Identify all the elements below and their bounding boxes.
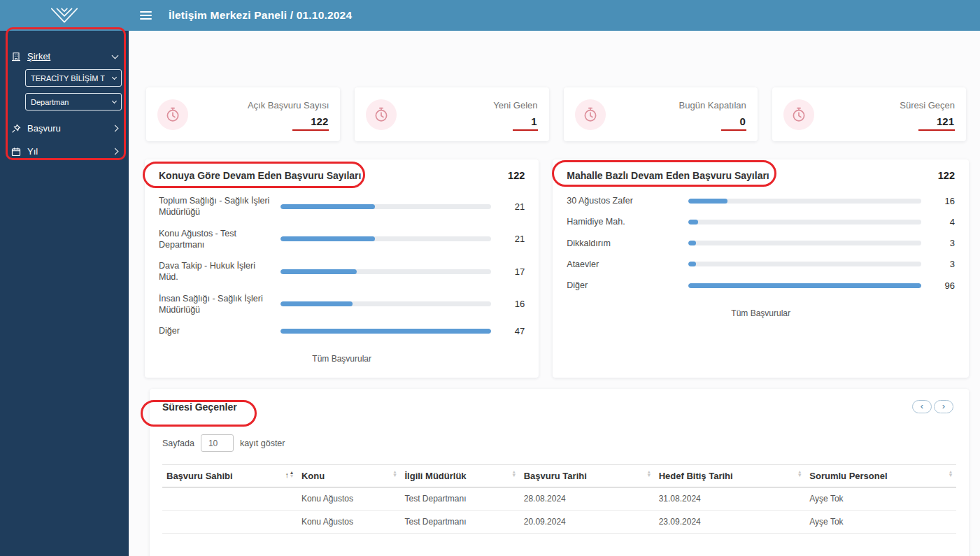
table-cell: 31.08.2024	[655, 487, 806, 511]
building-icon	[11, 52, 21, 62]
overdue-title: Süresi Geçenler	[162, 401, 237, 413]
bar-row: 30 Ağustos Zafer 16	[567, 190, 955, 211]
table-cell: Test Departmanı	[400, 487, 519, 511]
column-header[interactable]: Sorumlu Personel▴▾	[805, 465, 956, 487]
bar-value: 3	[931, 238, 955, 248]
dashboard-app: İletişim Merkezi Paneli / 01.10.2024 Şir…	[0, 0, 980, 556]
column-header[interactable]: İlgili Müdürlük▴▾	[400, 465, 519, 487]
table-row[interactable]: Konu AğustosTest Departmanı28.08.202431.…	[162, 487, 956, 511]
bar-label: Toplum Sağlığı - Sağlık İşleri Müdürlüğü	[159, 195, 271, 218]
chart-card-neighborhoods: Mahalle Bazlı Devam Eden Başvuru Sayılar…	[553, 159, 969, 378]
bar-value: 21	[501, 201, 525, 212]
stat-value[interactable]: 0	[721, 115, 746, 131]
table-cell: Konu Ağustos	[297, 511, 401, 534]
sidebar-item-basvuru[interactable]: Başvuru	[0, 117, 129, 140]
stat-label: Yeni Gelen	[493, 100, 537, 111]
sidebar-item-label: Başvuru	[27, 123, 106, 134]
company-label: Şirket	[27, 51, 106, 62]
bar-fill	[688, 241, 695, 245]
pagination-prev-button[interactable]: ‹	[912, 400, 932, 413]
page-size-input[interactable]	[201, 434, 234, 452]
column-header[interactable]: Hedef Bitiş Tarihi▴▾	[655, 465, 806, 487]
bar-label: Konu Ağustos - Test Departmanı	[159, 228, 271, 251]
top-header: İletişim Merkezi Paneli / 01.10.2024	[0, 0, 980, 31]
bar-track	[688, 220, 921, 224]
sort-icon: ▴▾	[949, 471, 952, 478]
pagination-next-button[interactable]: ›	[934, 400, 953, 413]
bar-label: Diğer	[159, 325, 271, 336]
all-applications-link[interactable]: Tüm Başvurular	[567, 308, 955, 318]
bar-value: 21	[501, 234, 525, 244]
sidebar-item-company[interactable]: Şirket	[0, 45, 129, 68]
chevron-right-icon	[112, 125, 119, 132]
pagesize-suffix: kayıt göster	[240, 439, 285, 448]
column-header[interactable]: Başvuru Sahibi↑▴▾	[162, 465, 297, 487]
sidebar: Şirket TERACİTY BİLİŞİM T Departman Başv…	[0, 31, 129, 556]
bar-value: 3	[931, 259, 955, 269]
all-applications-link[interactable]: Tüm Başvurular	[159, 354, 525, 364]
clock-icon	[366, 99, 397, 130]
sort-icon: ▴▾	[648, 471, 651, 478]
table-cell: 20.09.2024	[520, 511, 655, 534]
bar-row: Hamidiye Mah. 4	[567, 211, 955, 232]
column-header[interactable]: Başvuru Tarihi▴▾	[520, 465, 655, 487]
bar-row: Ataevler 3	[567, 254, 955, 275]
stat-value[interactable]: 122	[292, 115, 329, 131]
bar-value: 16	[931, 196, 955, 206]
bar-row: Diğer 47	[159, 320, 525, 341]
chart-card-topics: Konuya Göre Devam Eden Başvuru Sayıları …	[145, 159, 539, 378]
table-cell: Ayşe Tok	[805, 511, 956, 534]
chart-total: 122	[508, 170, 525, 181]
stat-value[interactable]: 121	[918, 115, 955, 131]
bar-track	[280, 269, 491, 274]
bar-label: 30 Ağustos Zafer	[567, 195, 679, 206]
chart-total: 122	[938, 170, 955, 181]
sidebar-item-yil[interactable]: Yıl	[0, 140, 129, 163]
department-select[interactable]: Departman	[25, 93, 122, 111]
overdue-card: Süresi Geçenler ‹ › Sayfada kayıt göster…	[150, 389, 969, 556]
pagination: ‹ ›	[912, 400, 953, 413]
bar-fill	[688, 199, 727, 204]
table-row[interactable]: Konu AğustosTest Departmanı20.09.202423.…	[162, 511, 956, 534]
chevron-right-icon	[112, 148, 119, 155]
sort-icon: ↑▴▾	[285, 471, 293, 479]
bar-row: Diğer 96	[567, 275, 955, 296]
bar-track	[688, 283, 921, 288]
table-cell: Test Departmanı	[400, 511, 519, 534]
stat-label: Süresi Geçen	[900, 100, 955, 111]
pagesize-prefix: Sayfada	[162, 439, 194, 448]
bar-row: Konu Ağustos - Test Departmanı 21	[159, 223, 525, 256]
menu-icon[interactable]	[137, 8, 155, 22]
table-cell: Konu Ağustos	[297, 487, 401, 511]
calendar-icon	[11, 147, 21, 157]
sort-icon: ▴▾	[798, 471, 801, 478]
column-header-label: Sorumlu Personel	[809, 471, 887, 481]
bar-value: 4	[931, 217, 955, 227]
chart-title: Konuya Göre Devam Eden Başvuru Sayıları	[159, 170, 361, 181]
stat-value[interactable]: 1	[513, 115, 537, 131]
company-select[interactable]: TERACİTY BİLİŞİM T	[25, 69, 122, 87]
sidebar-item-label: Yıl	[27, 146, 106, 157]
bar-row: Toplum Sağlığı - Sağlık İşleri Müdürlüğü…	[159, 190, 525, 223]
bar-track	[280, 236, 491, 241]
bar-row: Dava Takip - Hukuk İşleri Müd. 17	[159, 255, 525, 288]
bar-fill	[280, 329, 491, 334]
company-select-value: TERACİTY BİLİŞİM T	[31, 74, 105, 83]
charts-row: Konuya Göre Devam Eden Başvuru Sayıları …	[145, 159, 969, 378]
stats-row: Açık Başvuru Sayısı 122 Yeni Gelen 1	[146, 87, 966, 141]
bar-fill	[280, 236, 375, 241]
clock-icon	[783, 99, 814, 130]
table-cell: 28.08.2024	[520, 487, 655, 511]
overdue-table: Başvuru Sahibi↑▴▾Konu▴▾İlgili Müdürlük▴▾…	[162, 464, 956, 534]
bar-track	[280, 329, 491, 334]
column-header[interactable]: Konu▴▾	[297, 465, 401, 487]
stat-card: Bugün Kapatılan 0	[564, 87, 758, 141]
column-header-label: Başvuru Sahibi	[166, 471, 233, 481]
bar-fill	[280, 301, 353, 306]
bar-track	[280, 204, 491, 209]
chevron-down-icon	[112, 75, 117, 80]
bar-row: İnsan Sağlığı - Sağlık İşleri Müdürlüğü …	[159, 288, 525, 321]
bar-label: Hamidiye Mah.	[567, 216, 679, 227]
bar-label: Dava Takip - Hukuk İşleri Müd.	[159, 260, 271, 283]
bar-chart: 30 Ağustos Zafer 16 Hamidiye Mah. 4 Dikk…	[567, 190, 955, 296]
